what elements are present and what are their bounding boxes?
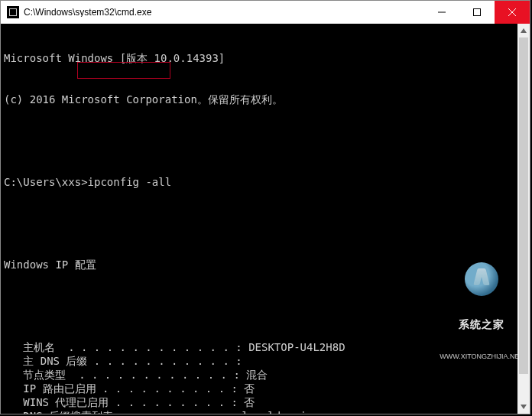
blank-line — [1, 299, 530, 313]
svg-marker-5 — [521, 405, 527, 409]
scroll-up-button[interactable] — [517, 24, 530, 37]
blank-line — [1, 216, 530, 230]
config-row: DNS 后缀搜索列表 . . . . . . . . : localdomain — [1, 409, 530, 414]
config-row: 主 DNS 后缀 . . . . . . . . . . . : — [1, 354, 530, 368]
close-button[interactable] — [495, 1, 530, 24]
terminal[interactable]: Microsoft Windows [版本 10.0.14393] (c) 20… — [1, 24, 530, 414]
maximize-button[interactable] — [459, 1, 495, 24]
prompt-command: ipconfig -all — [88, 176, 172, 188]
config-row: IP 路由已启用 . . . . . . . . . . : 否 — [1, 382, 530, 395]
vertical-scrollbar[interactable] — [517, 24, 530, 414]
prompt-prefix: C:\Users\xxs> — [4, 176, 88, 188]
svg-rect-1 — [474, 9, 481, 16]
blank-line — [1, 134, 530, 148]
scrollbar-track[interactable] — [517, 37, 530, 400]
scroll-down-button[interactable] — [517, 400, 530, 414]
config-row: 节点类型 . . . . . . . . . . . . : 混合 — [1, 368, 530, 382]
config-row: WINS 代理已启用 . . . . . . . . . : 否 — [1, 395, 530, 409]
watermark-text: 系统之家 — [440, 319, 524, 330]
cmd-icon — [7, 6, 19, 18]
banner-line: Microsoft Windows [版本 10.0.14393] — [1, 51, 530, 65]
titlebar[interactable]: C:\Windows\system32\cmd.exe — [1, 1, 530, 24]
minimize-button[interactable] — [424, 1, 459, 24]
window-title: C:\Windows\system32\cmd.exe — [24, 8, 424, 17]
prompt-line: C:\Users\xxs>ipconfig -all — [1, 175, 530, 189]
banner-line: (c) 2016 Microsoft Corporation。保留所有权利。 — [1, 93, 530, 106]
svg-marker-4 — [521, 28, 527, 33]
section-header: Windows IP 配置 — [1, 258, 530, 271]
scrollbar-thumb[interactable] — [519, 37, 528, 374]
config-row: 主机名 . . . . . . . . . . . . . : DESKTOP-… — [1, 340, 530, 354]
